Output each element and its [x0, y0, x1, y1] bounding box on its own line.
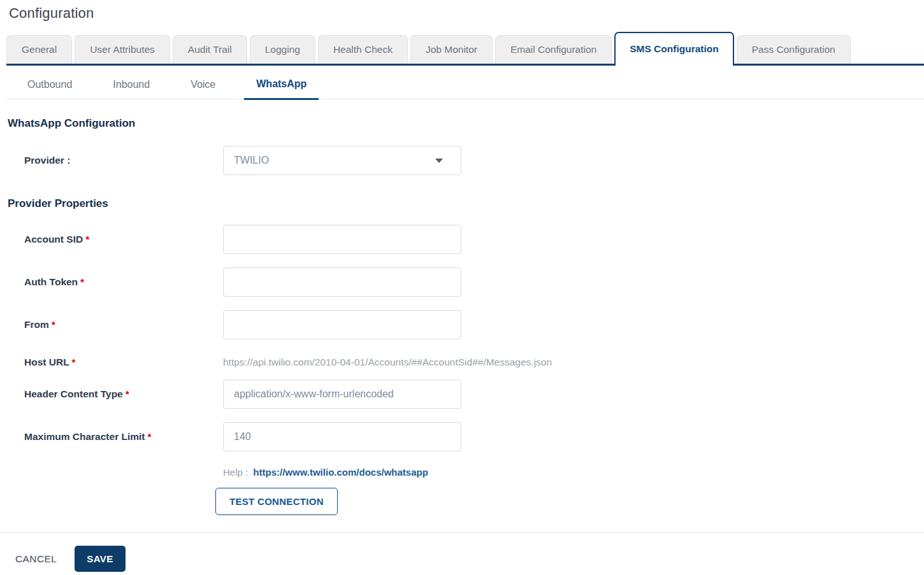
header-content-type-row: Header Content Type* [0, 380, 924, 409]
page-title: Configuration [9, 5, 924, 22]
header-content-type-label: Header Content Type* [0, 388, 223, 400]
provider-label: Provider : [0, 155, 223, 166]
subtab-whatsapp[interactable]: WhatsApp [244, 69, 319, 100]
main-tab-bar: General User Attributes Audit Trail Logg… [6, 32, 924, 66]
provider-select[interactable]: TWILIO [223, 146, 461, 175]
account-sid-row: Account SID* [0, 225, 924, 254]
whatsapp-configuration-section: WhatsApp Configuration Provider : TWILIO [0, 117, 924, 175]
account-sid-input[interactable] [223, 225, 461, 254]
subtab-outbound[interactable]: Outbound [27, 70, 72, 99]
auth-token-input[interactable] [223, 267, 461, 297]
tab-logging[interactable]: Logging [250, 35, 315, 64]
tab-pass-configuration[interactable]: Pass Configuration [737, 35, 851, 64]
tab-health-check[interactable]: Health Check [318, 35, 408, 64]
auth-token-row: Auth Token* [0, 267, 924, 297]
maximum-character-limit-input[interactable] [223, 422, 461, 451]
tab-general[interactable]: General [6, 35, 72, 64]
help-label: Help : [223, 467, 248, 478]
from-row: From* [0, 310, 924, 339]
subtab-voice[interactable]: Voice [191, 70, 215, 99]
from-input[interactable] [223, 310, 461, 339]
tab-job-monitor[interactable]: Job Monitor [410, 35, 493, 64]
sms-sub-tab-bar: Outbound Inbound Voice WhatsApp [6, 69, 924, 99]
cancel-button[interactable]: CANCEL [15, 553, 57, 565]
required-asterisk: * [80, 276, 84, 287]
from-label: From* [0, 319, 223, 330]
subtab-inbound[interactable]: Inbound [113, 70, 150, 99]
provider-properties-section: Provider Properties Account SID* Auth To… [0, 197, 924, 515]
save-button[interactable]: SAVE [75, 546, 125, 572]
tab-user-attributes[interactable]: User Attributes [75, 35, 170, 64]
required-asterisk: * [148, 431, 152, 442]
auth-token-label: Auth Token* [0, 276, 223, 288]
whatsapp-configuration-heading: WhatsApp Configuration [8, 117, 924, 130]
tab-audit-trail[interactable]: Audit Trail [173, 35, 247, 64]
host-url-value: https://api.twilio.com/2010-04-01/Accoun… [223, 357, 552, 368]
help-link[interactable]: https://www.twilio.com/docs/whatsapp [253, 467, 428, 478]
help-line: Help : https://www.twilio.com/docs/whats… [223, 467, 924, 478]
required-asterisk: * [52, 319, 55, 330]
maximum-character-limit-row: Maximum Character Limit* [0, 422, 924, 451]
tab-email-configuration[interactable]: Email Configuration [495, 35, 612, 64]
header-content-type-input[interactable] [223, 380, 461, 409]
tab-sms-configuration[interactable]: SMS Configuration [614, 32, 734, 66]
test-connection-button[interactable]: TEST CONNECTION [215, 488, 338, 515]
footer-action-bar: CANCEL SAVE [0, 532, 924, 572]
host-url-label: Host URL* [0, 357, 223, 368]
host-url-row: Host URL* https://api.twilio.com/2010-04… [0, 353, 924, 372]
required-asterisk: * [126, 388, 129, 399]
maximum-character-limit-label: Maximum Character Limit* [0, 431, 223, 443]
account-sid-label: Account SID* [0, 234, 223, 245]
provider-row: Provider : TWILIO [0, 146, 924, 175]
required-asterisk: * [72, 357, 76, 367]
provider-properties-heading: Provider Properties [8, 197, 924, 210]
provider-selected-value: TWILIO [234, 155, 269, 166]
required-asterisk: * [85, 234, 89, 245]
chevron-down-icon [435, 159, 443, 163]
